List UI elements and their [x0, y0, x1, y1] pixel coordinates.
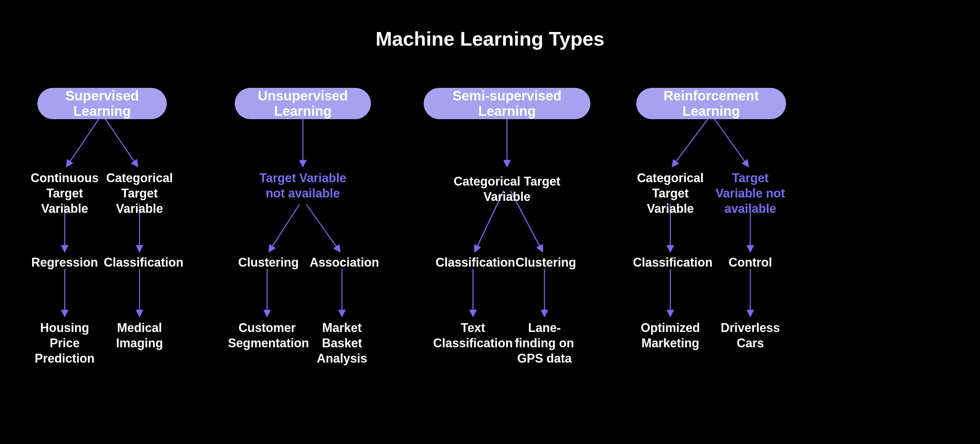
node-supervised-regression: Regression — [29, 255, 100, 270]
node-reinforcement-noavail-target: Target Variable not available — [713, 170, 788, 216]
node-unsupervised-basket-example: Market Basket Analysis — [305, 320, 379, 366]
node-unsupervised-segmentation-example: Customer Segmentation — [228, 320, 306, 351]
svg-line-17 — [714, 119, 749, 167]
node-supervised-housing-example: Housing Price Prediction — [24, 320, 105, 366]
node-supervised-classification: Classification — [104, 255, 175, 270]
node-unsupervised-clustering: Clustering — [238, 255, 296, 270]
pill-semisupervised: Semi-supervised Learning — [424, 88, 590, 119]
node-reinforcement-cars-example: Driverless Cars — [720, 320, 781, 351]
svg-line-1 — [105, 119, 138, 167]
pill-reinforcement: Reinforcement Learning — [636, 88, 786, 119]
node-reinforcement-control: Control — [718, 255, 783, 270]
node-unsupervised-association: Association — [310, 255, 374, 270]
node-supervised-continuous-target: Continuous Target Variable — [29, 170, 100, 216]
diagram-title: Machine Learning Types — [0, 27, 980, 50]
svg-line-16 — [672, 119, 708, 167]
svg-line-7 — [269, 204, 299, 252]
svg-line-0 — [66, 119, 99, 167]
node-reinforcement-classification: Classification — [633, 255, 708, 270]
node-semi-text-example: Text Classification — [432, 320, 514, 351]
node-reinforcement-categorical-target: Categorical Target Variable — [635, 170, 706, 216]
node-unsupervised-target: Target Variable not available — [248, 170, 357, 201]
node-reinforcement-marketing-example: Optimized Marketing — [636, 320, 705, 351]
pill-supervised: Supervised Learning — [37, 88, 167, 119]
node-supervised-medical-example: Medical Imaging — [111, 320, 169, 351]
connectors — [0, 0, 980, 444]
node-supervised-categorical-target: Categorical Target Variable — [104, 170, 175, 216]
pill-unsupervised: Unsupervised Learning — [235, 88, 371, 119]
node-semi-classification: Classification — [436, 255, 511, 270]
node-semi-target: Categorical Target Variable — [439, 174, 575, 204]
node-semi-clustering: Clustering — [515, 255, 573, 270]
node-semi-lane-example: Lane-finding on GPS data — [509, 320, 580, 366]
svg-line-8 — [306, 204, 340, 252]
